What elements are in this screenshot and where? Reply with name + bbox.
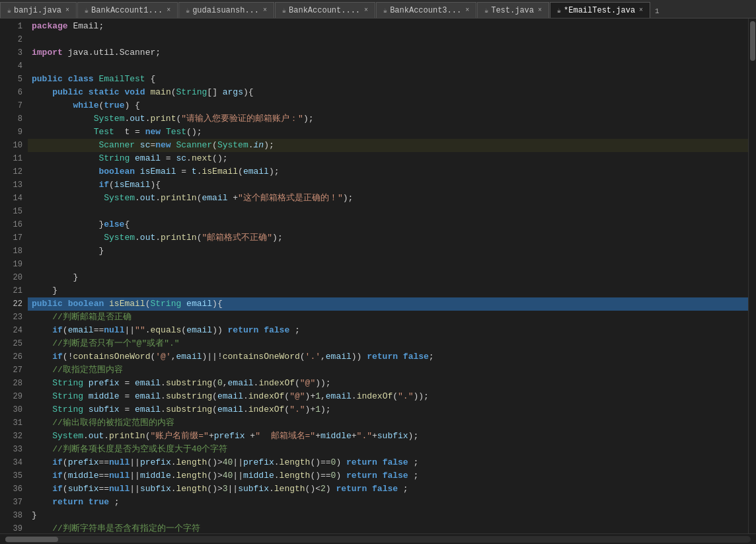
code-line-9: Test t = new Test();: [28, 126, 748, 139]
code-line-23: //判断邮箱是否正确: [28, 311, 748, 324]
ln-4: 4: [0, 59, 22, 73]
java-icon: ☕: [7, 7, 11, 15]
code-line-27: //取指定范围内容: [28, 364, 748, 377]
h-scrollbar-thumb[interactable]: [5, 537, 58, 542]
java-icon-5: ☕: [484, 7, 488, 15]
java-icon-4: ☕: [383, 7, 387, 15]
code-line-32: System.out.println("账户名前缀="+prefix +" 邮箱…: [28, 430, 748, 443]
ln-9: 9: [0, 126, 22, 139]
code-line-12: boolean isEmail = t.isEmail(email);: [28, 165, 748, 178]
ln-39: 39: [0, 522, 22, 533]
vertical-scrollbar[interactable]: [748, 19, 756, 533]
tab-emailtest[interactable]: ☕ *EmailTest.java ×: [550, 2, 650, 18]
tab-test[interactable]: ☕ Test.java ×: [477, 2, 549, 18]
editor-window: ☕ banji.java × ☕ BankAccount1... × ☕ gud…: [0, 0, 756, 544]
code-line-38: }: [28, 509, 748, 522]
code-line-16: }else{: [28, 218, 748, 231]
code-line-5: public class EmailTest {: [28, 73, 748, 86]
java-icon-3: ☕: [282, 7, 286, 15]
ln-7: 7: [0, 99, 22, 112]
code-line-10: ! Scanner sc=new Scanner(System.in);: [28, 139, 748, 152]
code-line-4: [28, 59, 748, 73]
close-tab-5[interactable]: ×: [538, 7, 542, 14]
tab-bankaccount2[interactable]: ☕ BankAccount.... ×: [275, 2, 375, 18]
code-line-18: }: [28, 245, 748, 258]
ln-2: 2: [0, 33, 22, 46]
ln-38: 38: [0, 509, 22, 522]
ln-27: 27: [0, 364, 22, 377]
code-line-22: public boolean isEmail(String email){: [28, 297, 748, 311]
bottom-bar: [0, 533, 756, 544]
ln-8: 8: [0, 112, 22, 126]
java-icon-1: ☕: [85, 7, 89, 15]
ln-32: 32: [0, 430, 22, 443]
close-tab-0[interactable]: ×: [65, 7, 69, 14]
code-line-39: //判断字符串是否含有指定的一个字符: [28, 522, 748, 533]
ln-1: 1: [0, 20, 22, 33]
tab-overflow[interactable]: 1: [651, 5, 663, 18]
editor-body: 1 2 3 4 5 6 7 8 9 10 11 12 13 14 15 16 1…: [0, 19, 756, 533]
tab-bankaccount1[interactable]: ☕ BankAccount1... ×: [77, 2, 178, 18]
ln-20: 20: [0, 271, 22, 284]
ln-21: 21: [0, 284, 22, 297]
code-line-33: //判断各项长度是否为空或长度大于40个字符: [28, 443, 748, 456]
close-tab-3[interactable]: ×: [364, 7, 368, 14]
ln-34: 34: [0, 456, 22, 469]
ln-36: 36: [0, 483, 22, 496]
code-line-14: System.out.println(email +"这个邮箱格式是正确的！")…: [28, 192, 748, 205]
ln-37: 37: [0, 496, 22, 509]
ln-5: 5: [0, 73, 22, 86]
code-line-1: package Email;: [28, 20, 748, 33]
ln-26: 26: [0, 350, 22, 364]
ln-15: 15: [0, 205, 22, 218]
ln-6: 6: [0, 86, 22, 99]
ln-19: 19: [0, 258, 22, 271]
horizontal-scrollbar[interactable]: [5, 536, 751, 543]
code-line-8: System.out.print("请输入您要验证的邮箱账户：");: [28, 112, 748, 126]
close-tab-1[interactable]: ×: [167, 7, 170, 14]
code-line-2: [28, 33, 748, 46]
code-line-13: if(isEmail){: [28, 178, 748, 192]
ln-29: 29: [0, 390, 22, 403]
code-line-3: import java.util.Scanner;: [28, 46, 748, 59]
code-line-37: return true ;: [28, 496, 748, 509]
tab-bar: ☕ banji.java × ☕ BankAccount1... × ☕ gud…: [0, 0, 756, 19]
code-line-21: }: [28, 284, 748, 297]
tab-bankaccount3[interactable]: ☕ BankAccount3... ×: [376, 2, 476, 18]
ln-24: 24: [0, 324, 22, 337]
tab-banji[interactable]: ☕ banji.java ×: [0, 2, 77, 18]
close-tab-4[interactable]: ×: [465, 7, 469, 14]
ln-18: 18: [0, 245, 22, 258]
tab-gudai[interactable]: ☕ gudaisuansh... ×: [178, 2, 274, 18]
code-line-7: while(true) {: [28, 99, 748, 112]
code-line-26: if(!containsOneWord('@',email)||!contain…: [28, 350, 748, 364]
code-line-11: String email = sc.next();: [28, 152, 748, 165]
code-line-35: if(middle==null||middle.length()>40||mid…: [28, 469, 748, 483]
code-line-30: String subfix = email.substring(email.in…: [28, 403, 748, 416]
code-line-36: if(subfix==null||subfix.length()>3||subf…: [28, 483, 748, 496]
code-line-17: System.out.println("邮箱格式不正确");: [28, 231, 748, 245]
ln-22: 22: [0, 297, 22, 311]
ln-13: 13: [0, 178, 22, 192]
code-line-34: if(prefix==null||prefix.length()>40||pre…: [28, 456, 748, 469]
java-icon-6: ☕: [557, 7, 561, 15]
ln-28: 28: [0, 377, 22, 390]
close-tab-2[interactable]: ×: [263, 7, 267, 14]
code-line-19: [28, 258, 748, 271]
code-line-6: ▶ public static void main(String[] args)…: [28, 86, 748, 99]
code-editor[interactable]: package Email; import java.util.Scanner;…: [28, 19, 748, 533]
java-icon-2: ☕: [186, 7, 190, 15]
ln-14: 14: [0, 192, 22, 205]
ln-3: 3: [0, 46, 22, 59]
ln-17: 17: [0, 231, 22, 245]
ln-16: 16: [0, 218, 22, 231]
ln-10: 10: [0, 139, 22, 152]
code-line-28: String prefix = email.substring(0,email.…: [28, 377, 748, 390]
close-tab-6[interactable]: ×: [639, 7, 643, 14]
ln-35: 35: [0, 469, 22, 483]
ln-30: 30: [0, 403, 22, 416]
scrollbar-thumb[interactable]: [750, 21, 755, 61]
ln-23: 23: [0, 311, 22, 324]
code-line-20: }: [28, 271, 748, 284]
line-numbers: 1 2 3 4 5 6 7 8 9 10 11 12 13 14 15 16 1…: [0, 19, 28, 533]
